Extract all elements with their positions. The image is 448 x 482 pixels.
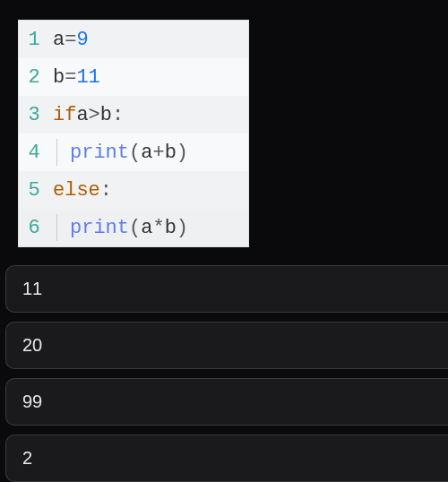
code-content: print(a+b): [49, 139, 188, 166]
code-line-2: 2 b=11: [19, 58, 248, 96]
code-line-5: 5 else:: [19, 171, 248, 209]
indent-guide-icon: [56, 139, 57, 166]
code-block: 1 a=9 2 b=11 3 if a>b: 4 print(a+b) 5 el…: [18, 20, 249, 247]
code-content: a=9: [49, 29, 89, 51]
answer-list: 11 20 99 2: [5, 265, 448, 482]
code-content: print(a*b): [49, 214, 188, 241]
answer-option-3[interactable]: 99: [5, 378, 448, 426]
code-content: else:: [49, 179, 112, 202]
line-number: 1: [19, 29, 49, 51]
code-line-3: 3 if a>b:: [19, 96, 248, 133]
indent-guide-icon: [56, 214, 57, 241]
line-number: 6: [19, 217, 49, 239]
answer-option-4[interactable]: 2: [5, 435, 448, 482]
code-line-6: 6 print(a*b): [19, 209, 248, 246]
line-number: 5: [19, 179, 49, 202]
code-line-4: 4 print(a+b): [19, 133, 248, 171]
answer-option-1[interactable]: 11: [5, 265, 448, 313]
code-line-1: 1 a=9: [19, 21, 248, 58]
answer-option-2[interactable]: 20: [5, 322, 448, 369]
code-content: if a>b:: [49, 104, 124, 126]
code-content: b=11: [49, 66, 100, 89]
line-number: 2: [19, 66, 49, 89]
line-number: 3: [19, 104, 49, 126]
line-number: 4: [19, 142, 49, 164]
